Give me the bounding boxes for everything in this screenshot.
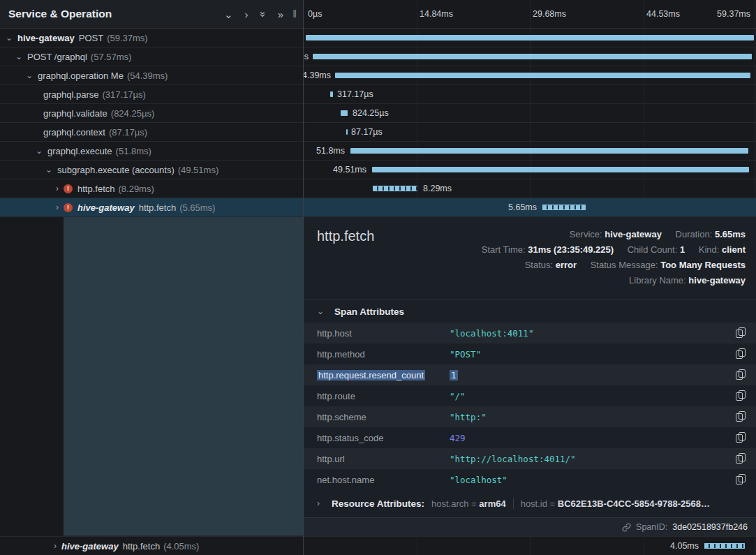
attribute-value: "http://localhost:4011/": [450, 454, 729, 464]
chevron-right-icon[interactable]: ›: [56, 202, 59, 212]
expand-all-icon[interactable]: »: [258, 11, 268, 17]
meta-key: Status Message:: [591, 260, 658, 270]
operation-name: graphql.validate: [43, 108, 108, 119]
timeline-row[interactable]: 87.17µs: [304, 123, 756, 142]
timeline-row[interactable]: 8.29ms: [304, 179, 756, 198]
tree-row-graphql-execute[interactable]: ⌄ graphql.execute (51.8ms): [0, 142, 303, 161]
tree-row-http-fetch-8ms[interactable]: › ! http.fetch (8.29ms): [0, 179, 303, 198]
timeline-row-selected[interactable]: 5.65ms: [304, 198, 756, 217]
attribute-row: http.route "/": [304, 385, 756, 406]
copy-icon[interactable]: [736, 348, 746, 360]
section-heading: Resource Attributes:: [332, 498, 424, 509]
span-bar[interactable]: [306, 35, 754, 40]
span-bar[interactable]: [335, 73, 750, 78]
span-duration: (4.05ms): [163, 541, 199, 552]
chevron-down-icon[interactable]: ⌄: [26, 71, 33, 80]
span-attributes-toggle[interactable]: ⌄ Span Attributes: [304, 299, 756, 323]
span-bar[interactable]: [346, 129, 348, 135]
copy-icon[interactable]: [736, 474, 746, 485]
span-id-label: SpanID:: [636, 522, 667, 532]
span-title: http.fetch: [317, 228, 374, 244]
timeline-row[interactable]: 57.57ms: [304, 47, 756, 66]
attribute-row: net.host.name "localhost": [304, 469, 756, 490]
timeline-row[interactable]: 4.05ms: [304, 536, 756, 555]
tree-row-hive-gateway-post[interactable]: ⌄ hive-gateway POST (59.37ms): [0, 29, 303, 47]
span-bar-error[interactable]: [542, 205, 586, 210]
meta-key: Status:: [525, 260, 553, 270]
span-duration-label: 317.17µs: [337, 89, 373, 99]
attribute-row: http.url "http://localhost:4011/": [304, 448, 756, 469]
tree-row-graphql-validate[interactable]: graphql.validate (824.25µs): [0, 104, 303, 123]
chevron-down-icon[interactable]: ⌄: [6, 33, 13, 43]
panel-resize-handle[interactable]: ‖: [292, 8, 297, 20]
collapse-all-icon[interactable]: »: [278, 9, 283, 20]
timeline-row[interactable]: 51.8ms: [304, 142, 756, 161]
meta-key: Start Time:: [482, 244, 526, 255]
span-duration: (8.29ms): [118, 184, 154, 194]
span-bar-error[interactable]: [704, 543, 745, 549]
span-id-value: 3de02518937fb246: [672, 522, 748, 532]
span-attributes-table: http.host "localhost:4011" http.method "…: [304, 323, 756, 490]
span-duration: (824.25µs): [111, 108, 154, 119]
timeline-row[interactable]: 824.25µs: [304, 104, 756, 123]
copy-icon[interactable]: [736, 390, 746, 401]
tree-row-http-fetch-5ms-selected[interactable]: › ! hive-gateway http.fetch (5.65ms): [0, 198, 303, 217]
span-duration-label: 54.39ms: [304, 71, 331, 80]
tree-row-graphql-parse[interactable]: graphql.parse (317.17µs): [0, 85, 303, 104]
resource-attributes-toggle[interactable]: › Resource Attributes: host.arch = arm64…: [304, 490, 756, 517]
span-duration-label: 824.25µs: [353, 108, 389, 118]
span-bar-error[interactable]: [373, 186, 417, 191]
tree-row-subgraph-execute[interactable]: ⌄ subgraph.execute (accounts) (49.51ms): [0, 161, 303, 179]
collapse-icon[interactable]: ⌄: [224, 9, 233, 20]
timeline-row[interactable]: 54.39ms: [304, 66, 756, 85]
copy-icon[interactable]: [736, 432, 746, 443]
span-bar[interactable]: [341, 110, 348, 116]
attribute-row: http.scheme "http:": [304, 406, 756, 427]
chevron-right-icon[interactable]: ›: [54, 541, 57, 551]
span-duration: (59.37ms): [107, 33, 148, 43]
expand-icon[interactable]: ›: [245, 9, 249, 20]
operation-name: graphql.context: [43, 127, 105, 138]
span-bar[interactable]: [372, 167, 749, 172]
copy-icon[interactable]: [736, 453, 746, 464]
span-duration-label: 49.51ms: [333, 165, 366, 175]
timeline-row[interactable]: 317.17µs: [304, 85, 756, 104]
link-icon[interactable]: [622, 523, 631, 532]
chevron-right-icon[interactable]: ›: [56, 184, 59, 193]
span-bar[interactable]: [330, 91, 333, 97]
section-heading: Span Attributes: [334, 306, 404, 317]
copy-icon[interactable]: [736, 327, 746, 339]
timeline-row[interactable]: 49.51ms: [304, 161, 756, 179]
meta-key: Child Count:: [628, 244, 678, 255]
copy-icon[interactable]: [736, 411, 746, 422]
span-bar[interactable]: [313, 54, 752, 59]
selected-text: http.request.resend_count: [317, 370, 425, 380]
operation-name: graphql.operation Me: [38, 71, 124, 81]
panel-divider[interactable]: [303, 0, 304, 555]
chevron-down-icon[interactable]: ⌄: [36, 146, 43, 156]
span-duration: (5.65ms): [179, 202, 215, 213]
meta-value: hive-gateway: [688, 275, 746, 286]
span-bar[interactable]: [350, 148, 748, 154]
meta-value: 5.65ms: [715, 229, 746, 239]
attribute-value: "/": [450, 391, 729, 401]
tree-row-http-fetch-4ms[interactable]: › hive-gateway http.fetch (4.05ms): [0, 536, 303, 555]
tree-row-graphql-operation[interactable]: ⌄ graphql.operation Me (54.39ms): [0, 66, 303, 85]
operation-name: http.fetch: [77, 184, 114, 194]
meta-line: Status: error Status Message: Too Many R…: [482, 258, 746, 273]
operation-name: http.fetch: [139, 202, 176, 213]
attribute-key: net.host.name: [317, 475, 450, 485]
service-name: hive-gateway: [61, 541, 119, 552]
tree-row-graphql-context[interactable]: graphql.context (87.17µs): [0, 123, 303, 142]
resource-value: BC62E13B-C4CC-5854-9788-2568…: [558, 498, 710, 509]
attribute-key: http.request.resend_count: [317, 370, 450, 380]
tree-row-post-graphql[interactable]: ⌄ POST /graphql (57.57ms): [0, 47, 303, 66]
copy-icon[interactable]: [736, 369, 746, 380]
chevron-down-icon[interactable]: ⌄: [15, 52, 22, 61]
chevron-down-icon[interactable]: ⌄: [45, 165, 52, 175]
panel-title: Service & Operation: [8, 8, 112, 20]
service-operation-panel: Service & Operation ⌄ › » » ‖ ⌄ hive-gat…: [0, 0, 303, 555]
timeline-row[interactable]: [304, 29, 756, 47]
attribute-value: "http:": [450, 412, 729, 422]
detail-footer: SpanID: 3de02518937fb246: [304, 517, 756, 536]
